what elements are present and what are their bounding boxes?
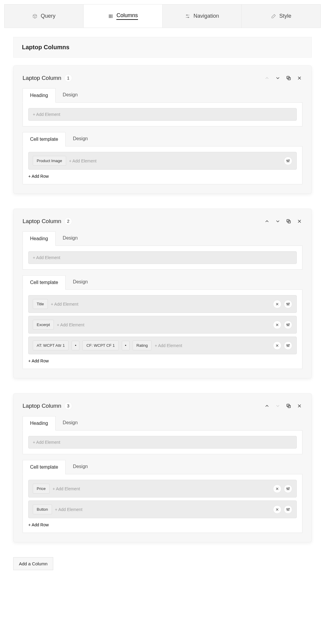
row-delete-button[interactable] <box>273 341 281 350</box>
duplicate-button[interactable] <box>286 75 292 81</box>
duplicate-button[interactable] <box>286 218 292 224</box>
column-index-badge: 1 <box>64 74 72 82</box>
move-up-button[interactable] <box>264 403 270 409</box>
column-index-badge: 2 <box>64 217 72 225</box>
cell-row: Product Image + Add Element <box>28 152 297 170</box>
row-settings-button[interactable] <box>284 505 292 514</box>
subtab-design[interactable]: Design <box>66 275 95 289</box>
heading-row: + Add Element <box>28 251 297 264</box>
separator-chip[interactable]: • <box>72 341 79 350</box>
row-settings-button[interactable] <box>284 485 292 493</box>
cell-panel: Product Image + Add Element + Add Row <box>23 147 302 184</box>
tab-navigation-label: Navigation <box>193 13 219 19</box>
row-delete-button[interactable] <box>273 300 281 308</box>
cell-row: Button + Add Element <box>28 500 297 518</box>
top-tabs: Query Columns Navigation Style <box>4 4 321 28</box>
separator-chip[interactable]: • <box>122 341 130 350</box>
cell-row: Price + Add Element <box>28 480 297 497</box>
delete-button[interactable] <box>296 218 302 224</box>
add-element-button[interactable]: + Add Element <box>69 159 97 163</box>
heading-panel: + Add Element <box>23 103 302 126</box>
tab-navigation[interactable]: Navigation <box>163 5 242 28</box>
svg-point-4 <box>187 14 188 15</box>
subtab-cell-template[interactable]: Cell template <box>23 460 66 474</box>
element-chip[interactable]: Price <box>33 484 50 494</box>
subtab-cell-template[interactable]: Cell template <box>23 275 66 290</box>
section-title: Laptop Columns <box>13 37 312 58</box>
column-card: Laptop Column 1 Heading Design + Add Ele… <box>13 65 312 194</box>
add-row-button[interactable]: + Add Row <box>28 522 297 527</box>
row-settings-button[interactable] <box>284 341 292 350</box>
subtab-cell-template[interactable]: Cell template <box>23 132 66 147</box>
delete-button[interactable] <box>296 75 302 81</box>
tab-style-label: Style <box>279 13 291 19</box>
add-row-button[interactable]: + Add Row <box>28 174 297 179</box>
subtab-heading[interactable]: Heading <box>23 88 56 103</box>
brush-icon <box>271 14 276 19</box>
cell-panel: Price + Add Element Button + Add Element <box>23 474 302 533</box>
add-column-button[interactable]: Add a Column <box>13 557 53 570</box>
cell-row: Excerpt + Add Element <box>28 316 297 334</box>
move-down-button[interactable] <box>275 75 281 81</box>
columns-icon <box>108 14 113 19</box>
row-settings-button[interactable] <box>284 321 292 329</box>
element-chip[interactable]: Product Image <box>33 156 66 166</box>
move-down-button <box>275 403 281 409</box>
cell-row: AT: WCPT Attr 1 • CF: WCPT CF 1 • Rating… <box>28 337 297 354</box>
element-chip[interactable]: Excerpt <box>33 320 54 330</box>
element-chip[interactable]: Button <box>33 504 52 514</box>
element-chip[interactable]: Title <box>33 299 48 309</box>
tab-style[interactable]: Style <box>242 5 320 28</box>
subtab-design[interactable]: Design <box>56 88 85 102</box>
tab-columns-label: Columns <box>116 12 138 20</box>
add-element-button[interactable]: + Add Element <box>51 302 78 307</box>
subtab-heading[interactable]: Heading <box>23 231 56 246</box>
tab-query[interactable]: Query <box>5 5 84 28</box>
row-settings-button[interactable] <box>284 300 292 308</box>
sliders-icon <box>185 14 190 19</box>
row-settings-button[interactable] <box>284 157 292 165</box>
column-title-wrap: Laptop Column 3 <box>23 402 72 410</box>
subtab-design[interactable]: Design <box>56 416 85 430</box>
heading-row: + Add Element <box>28 108 297 121</box>
column-title: Laptop Column <box>23 403 61 409</box>
column-title-wrap: Laptop Column 1 <box>23 74 72 82</box>
add-element-button[interactable]: + Add Element <box>33 440 60 445</box>
column-title: Laptop Column <box>23 75 61 81</box>
column-index-badge: 3 <box>64 402 72 410</box>
element-chip[interactable]: AT: WCPT Attr 1 <box>33 340 69 350</box>
move-up-button[interactable] <box>264 218 270 224</box>
subtab-design[interactable]: Design <box>56 231 85 246</box>
tab-columns[interactable]: Columns <box>84 5 163 28</box>
row-delete-button[interactable] <box>273 321 281 329</box>
add-element-button[interactable]: + Add Element <box>155 343 182 348</box>
subtab-design[interactable]: Design <box>66 132 95 146</box>
add-element-button[interactable]: + Add Element <box>57 322 84 327</box>
add-row-button[interactable]: + Add Row <box>28 358 297 363</box>
subtab-heading[interactable]: Heading <box>23 416 56 431</box>
delete-button[interactable] <box>296 403 302 409</box>
move-down-button[interactable] <box>275 218 281 224</box>
move-up-button <box>264 75 270 81</box>
cell-row: Title + Add Element <box>28 295 297 313</box>
element-chip[interactable]: CF: WCPT CF 1 <box>82 340 118 350</box>
add-element-button[interactable]: + Add Element <box>55 507 82 512</box>
add-element-button[interactable]: + Add Element <box>33 255 60 260</box>
column-card: Laptop Column 3 Heading Design + Add Ele… <box>13 393 312 542</box>
element-chip[interactable]: Rating <box>133 340 152 350</box>
column-title: Laptop Column <box>23 218 61 225</box>
heading-panel: + Add Element <box>23 246 302 270</box>
duplicate-button[interactable] <box>286 403 292 409</box>
row-delete-button[interactable] <box>273 485 281 493</box>
row-delete-button[interactable] <box>273 505 281 514</box>
add-element-button[interactable]: + Add Element <box>33 112 60 117</box>
column-title-wrap: Laptop Column 2 <box>23 217 72 225</box>
cube-icon <box>32 14 38 19</box>
cell-panel: Title + Add Element Excerpt + Add Elemen… <box>23 290 302 369</box>
tab-query-label: Query <box>41 13 55 19</box>
heading-panel: + Add Element <box>23 431 302 454</box>
svg-point-6 <box>188 17 189 18</box>
heading-row: + Add Element <box>28 436 297 449</box>
subtab-design[interactable]: Design <box>66 460 95 474</box>
add-element-button[interactable]: + Add Element <box>53 486 80 491</box>
